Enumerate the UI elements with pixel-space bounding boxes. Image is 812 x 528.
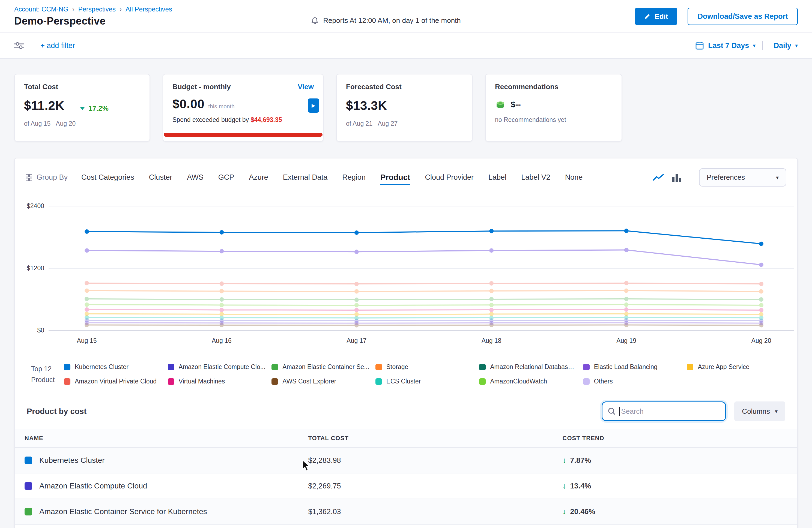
- edit-button-label: Edit: [655, 12, 668, 21]
- table-row[interactable]: Kubernetes Cluster$2,283.98↓7.87%: [15, 448, 797, 473]
- legend-title: Top 12 Product: [23, 363, 64, 385]
- legend-swatch: [479, 378, 486, 385]
- edit-button[interactable]: Edit: [635, 8, 677, 25]
- legend-grid: Kubernetes ClusterAmazon Elastic Compute…: [64, 363, 785, 385]
- legend-item[interactable]: Amazon Virtual Private Cloud: [64, 378, 162, 385]
- budget-progress-bar: [164, 133, 322, 137]
- row-color-swatch: [25, 508, 32, 515]
- chart-y-labels: $2400$1200$0: [18, 202, 44, 335]
- card-title: Recommendations: [495, 83, 612, 91]
- card-title: Forecasted Cost: [346, 83, 463, 91]
- card-period: of Aug 21 - Aug 27: [346, 120, 463, 127]
- tab-gcp[interactable]: GCP: [218, 173, 234, 182]
- summary-cards: Total Cost $11.2K 17.2% of Aug 15 - Aug …: [14, 74, 798, 142]
- legend-swatch: [375, 378, 382, 385]
- group-by-tabs: Cost CategoriesClusterAWSGCPAzureExterna…: [81, 173, 582, 182]
- card-title: Total Cost: [24, 83, 140, 91]
- legend-item[interactable]: Others: [583, 378, 682, 385]
- filter-right: Last 7 Days ▾ Daily ▾: [696, 41, 798, 50]
- column-header-name[interactable]: NAME: [15, 435, 308, 442]
- pencil-icon: [644, 13, 651, 20]
- row-color-swatch: [25, 457, 32, 464]
- tab-product[interactable]: Product: [380, 173, 410, 182]
- bar-chart-toggle-icon[interactable]: [672, 174, 681, 182]
- tab-label[interactable]: Label: [489, 173, 506, 182]
- columns-label: Columns: [742, 407, 770, 416]
- column-header-total-cost[interactable]: TOTAL COST: [308, 435, 563, 442]
- legend-swatch: [272, 378, 278, 385]
- total-cost-value: $11.2K: [24, 98, 64, 113]
- search-input[interactable]: [620, 407, 725, 416]
- legend-item[interactable]: AmazonCloudWatch: [479, 378, 578, 385]
- chart-x-labels: Aug 15Aug 16Aug 17Aug 18Aug 19Aug 20: [18, 337, 789, 347]
- line-chart-toggle-icon[interactable]: [653, 174, 664, 182]
- trend-down-icon: ↓: [563, 456, 566, 465]
- chart-canvas[interactable]: [48, 202, 794, 335]
- group-by-right: Preferences ▾: [653, 168, 786, 187]
- product-name: Kubernetes Cluster: [39, 456, 105, 465]
- tab-region[interactable]: Region: [342, 173, 366, 182]
- tab-cloud-provider[interactable]: Cloud Provider: [425, 173, 474, 182]
- tab-none[interactable]: None: [565, 173, 583, 182]
- legend-label: AWS Cost Explorer: [282, 378, 336, 385]
- recommendations-card: Recommendations $-- no Recommendations y…: [485, 74, 622, 142]
- legend-item[interactable]: AWS Cost Explorer: [272, 378, 370, 385]
- total-cost-card: Total Cost $11.2K 17.2% of Aug 15 - Aug …: [14, 74, 150, 142]
- tab-cluster[interactable]: Cluster: [149, 173, 172, 182]
- legend-item[interactable]: Kubernetes Cluster: [64, 363, 162, 371]
- breadcrumb-separator-icon: ›: [72, 5, 74, 13]
- date-range-dropdown[interactable]: Last 7 Days: [708, 42, 749, 50]
- chevron-down-icon[interactable]: ▾: [753, 42, 755, 49]
- legend-label: Kubernetes Cluster: [75, 363, 129, 371]
- x-axis-label: Aug 18: [482, 337, 502, 344]
- add-filter-button[interactable]: + add filter: [40, 42, 75, 50]
- legend-item[interactable]: Virtual Machines: [168, 378, 266, 385]
- legend-item[interactable]: Storage: [375, 363, 474, 371]
- group-by-row: Group By Cost CategoriesClusterAWSGCPAzu…: [15, 159, 797, 193]
- card-next-arrow-button[interactable]: ▶: [308, 99, 319, 113]
- legend-label: Amazon Virtual Private Cloud: [75, 378, 157, 385]
- columns-dropdown-button[interactable]: Columns ▾: [734, 401, 785, 421]
- reports-schedule-note: Reports At 12:00 AM, on day 1 of the mon…: [310, 16, 461, 25]
- chevron-down-icon[interactable]: ▾: [795, 42, 798, 49]
- budget-view-link[interactable]: View: [298, 83, 314, 91]
- legend-item[interactable]: Elastic Load Balancing: [583, 363, 682, 371]
- divider: [762, 41, 763, 50]
- breadcrumb-link[interactable]: Account: CCM-NG: [14, 5, 69, 13]
- legend-item[interactable]: ECS Cluster: [375, 378, 474, 385]
- tab-azure[interactable]: Azure: [249, 173, 268, 182]
- money-icon: [495, 100, 506, 108]
- breadcrumb-link[interactable]: All Perspectives: [126, 5, 172, 13]
- tab-external-data[interactable]: External Data: [283, 173, 328, 182]
- legend-item[interactable]: Amazon Elastic Container Se...: [272, 363, 370, 371]
- legend-item[interactable]: Amazon Elastic Compute Clo...: [168, 363, 266, 371]
- tab-aws[interactable]: AWS: [187, 173, 204, 182]
- tab-cost-categories[interactable]: Cost Categories: [81, 173, 134, 182]
- trend-percent: 7.87%: [570, 456, 591, 465]
- legend-item[interactable]: Amazon Relational Database ...: [479, 363, 578, 371]
- filter-sliders-icon[interactable]: [14, 42, 24, 49]
- table-row[interactable]: Amazon Elastic Compute Cloud$2,269.75↓13…: [15, 473, 797, 499]
- column-header-cost-trend[interactable]: COST TREND: [563, 435, 797, 442]
- legend-title-line1: Top 12: [31, 363, 64, 374]
- reports-note-text: Reports At 12:00 AM, on day 1 of the mon…: [323, 16, 461, 25]
- exceeded-prefix: Spend exceeded budget by: [172, 116, 250, 123]
- tab-label-v2[interactable]: Label V2: [521, 173, 550, 182]
- forecasted-cost-card: Forecasted Cost $13.3K of Aug 21 - Aug 2…: [336, 74, 473, 142]
- cost-trend-value: ↓20.46%: [563, 507, 797, 516]
- breadcrumb-link[interactable]: Perspectives: [78, 5, 116, 13]
- legend-label: AmazonCloudWatch: [490, 378, 547, 385]
- legend-swatch: [583, 364, 590, 370]
- table-row[interactable]: Amazon Elastic Container Service for Kub…: [15, 499, 797, 525]
- granularity-dropdown[interactable]: Daily: [773, 42, 791, 50]
- trend-percent: 20.46%: [570, 508, 595, 516]
- download-save-report-button[interactable]: Download/Save as Report: [687, 8, 798, 25]
- filter-bar: + add filter Last 7 Days ▾ Daily ▾: [0, 32, 812, 59]
- preferences-dropdown[interactable]: Preferences ▾: [699, 168, 786, 187]
- recommendations-value: $--: [511, 100, 521, 109]
- trend-percent: 17.2%: [88, 104, 108, 113]
- exceeded-amount: $44,693.35: [250, 116, 282, 123]
- legend-item[interactable]: Azure App Service: [687, 363, 785, 371]
- legend-swatch: [375, 364, 382, 370]
- group-by-label-text: Group By: [37, 173, 68, 182]
